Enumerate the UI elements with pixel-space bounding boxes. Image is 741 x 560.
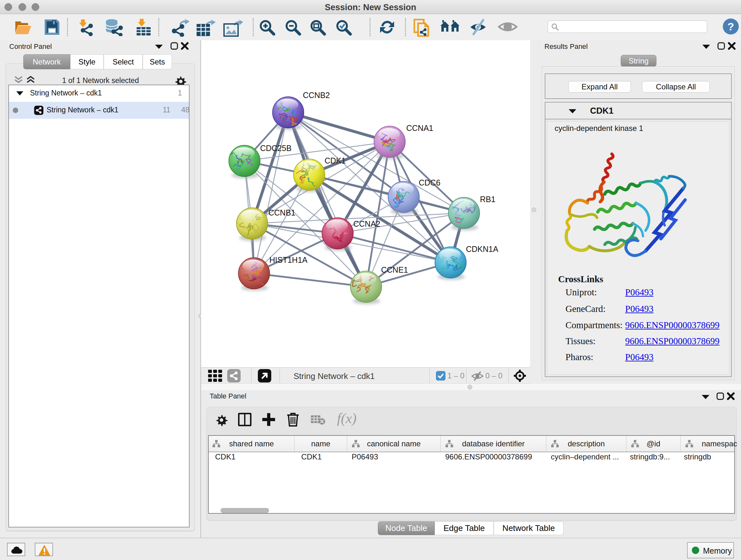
svg-text:CCNB1: CCNB1 [268, 208, 295, 217]
svg-text:CDC6: CDC6 [419, 178, 441, 187]
svg-text:CCNE1: CCNE1 [381, 265, 408, 274]
svg-text:HIST1H1A: HIST1H1A [269, 255, 308, 264]
svg-text:CDKN1A: CDKN1A [466, 245, 498, 253]
svg-text:CDC25B: CDC25B [260, 144, 292, 152]
svg-text:CCNA2: CCNA2 [353, 219, 381, 228]
svg-text:?: ? [728, 20, 734, 33]
svg-text:CCNA1: CCNA1 [406, 124, 433, 132]
svg-text:CDK1: CDK1 [325, 156, 346, 165]
svg-text:CCNB2: CCNB2 [303, 91, 330, 100]
svg-text:RB1: RB1 [480, 195, 495, 204]
